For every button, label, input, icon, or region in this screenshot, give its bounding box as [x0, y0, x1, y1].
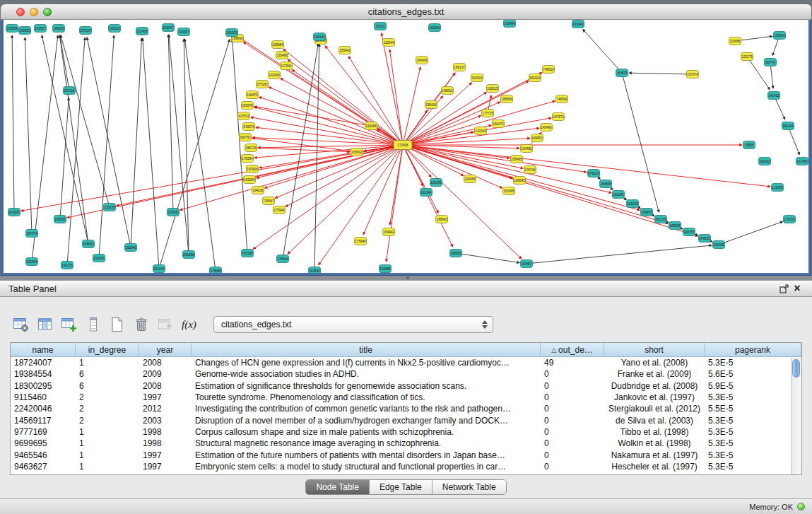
column-header-title[interactable]: title: [192, 343, 541, 356]
graph-node[interactable]: 145466: [541, 124, 553, 132]
tab-node-table[interactable]: Node Table: [306, 480, 370, 494]
graph-node[interactable]: 186805: [450, 250, 462, 257]
graph-node[interactable]: 220456: [464, 175, 476, 183]
graph-node[interactable]: 184283: [53, 25, 65, 33]
graph-node[interactable]: 187574: [26, 230, 38, 238]
table-row[interactable]: 977716911998Corpus callosum shape and si…: [11, 426, 801, 438]
graph-node[interactable]: 748592: [556, 95, 568, 103]
new-document-icon[interactable]: [107, 315, 127, 334]
graph-node[interactable]: 191245: [613, 191, 625, 199]
graph-node[interactable]: 204505: [699, 235, 711, 243]
graph-node[interactable]: 191345: [430, 179, 442, 187]
graph-node[interactable]: 185505: [669, 222, 681, 230]
graph-node[interactable]: 286715: [245, 144, 257, 152]
graph-node[interactable]: 190126: [109, 25, 121, 33]
graph-node[interactable]: 725447: [263, 197, 275, 205]
graph-node[interactable]: 184505: [600, 180, 612, 188]
table-row[interactable]: 911546021997Tourette syndrome. Phenomeno…: [11, 392, 801, 403]
function-builder-icon[interactable]: f(x): [180, 315, 199, 334]
close-panel-icon[interactable]: ×: [791, 282, 804, 295]
graph-node[interactable]: 141432: [768, 92, 780, 100]
graph-node[interactable]: 162615: [487, 85, 499, 93]
graph-hub-node[interactable]: 172408: [394, 141, 412, 150]
graph-node[interactable]: 242574: [243, 123, 255, 131]
graph-node[interactable]: 178354: [242, 155, 254, 163]
graph-node[interactable]: 160266: [365, 122, 377, 130]
graph-node[interactable]: 201244: [153, 265, 165, 273]
table-row[interactable]: 946554611997Estimation of the future num…: [11, 449, 801, 460]
table-row[interactable]: 946362711997Embryonic stem cells: a mode…: [11, 461, 801, 472]
graph-node[interactable]: 197374: [687, 71, 699, 78]
graph-node[interactable]: 189545: [514, 177, 526, 185]
delete-icon[interactable]: [131, 315, 151, 334]
table-columns-icon[interactable]: [35, 315, 55, 334]
graph-node[interactable]: 176944: [277, 255, 289, 263]
graph-node[interactable]: 142008: [269, 71, 281, 79]
scrollbar-thumb[interactable]: [792, 359, 800, 378]
graph-node[interactable]: 252605: [167, 209, 180, 216]
graph-node[interactable]: 182045: [627, 200, 639, 208]
graph-node[interactable]: 166409: [416, 57, 428, 64]
table-row[interactable]: 1938455462009Genome-wide association stu…: [11, 368, 801, 380]
column-header-out_degree[interactable]: △out_de…: [541, 343, 604, 356]
float-panel-icon[interactable]: [778, 282, 791, 295]
graph-node[interactable]: 275183: [257, 81, 269, 88]
graph-node[interactable]: 132163: [475, 127, 487, 135]
graph-node[interactable]: 154492: [521, 145, 533, 153]
graph-node[interactable]: 322014: [471, 74, 483, 82]
graph-node[interactable]: 214243: [93, 255, 105, 262]
graph-node[interactable]: 187573: [553, 113, 565, 121]
graph-node[interactable]: 195468: [276, 52, 288, 59]
graph-node[interactable]: 152885: [379, 265, 392, 273]
column-header-name[interactable]: name: [11, 343, 76, 356]
network-graph[interactable]: 1724081895422260841954681275441420082751…: [4, 20, 808, 273]
graph-node[interactable]: 185495: [511, 156, 523, 163]
table-edit-icon[interactable]: [59, 315, 79, 334]
graph-node[interactable]: 195654: [6, 25, 18, 33]
graph-node[interactable]: 15958: [743, 141, 755, 149]
graph-node[interactable]: 207224: [80, 27, 92, 35]
graph-node[interactable]: 201605: [8, 209, 20, 216]
graph-node[interactable]: 185866: [501, 95, 513, 103]
graph-node[interactable]: 184236: [252, 187, 264, 194]
column-header-year[interactable]: year: [139, 343, 192, 356]
table-row[interactable]: 1872400712008Changes of HCN gene express…: [11, 357, 801, 368]
graph-node[interactable]: 201656: [183, 251, 195, 259]
graph-node[interactable]: 155426: [425, 101, 437, 109]
graph-node[interactable]: 194655: [641, 209, 653, 216]
table-row[interactable]: 969969511998Structural magnetic resonanc…: [11, 438, 801, 449]
network-window-titlebar[interactable]: citations_edges.txt: [1, 4, 811, 20]
graph-node[interactable]: 115486: [729, 37, 741, 45]
graph-node[interactable]: 175946: [355, 238, 367, 245]
graph-node[interactable]: 213426: [136, 28, 148, 35]
graph-node[interactable]: 161483: [796, 158, 808, 165]
graph-node[interactable]: 182046: [125, 244, 137, 252]
graph-node[interactable]: 162527: [35, 25, 47, 33]
zoom-window-button[interactable]: [43, 8, 52, 16]
column-header-short[interactable]: short: [604, 343, 705, 356]
graph-node[interactable]: 196137: [454, 64, 466, 71]
graph-node[interactable]: 161934: [244, 176, 256, 184]
graph-node[interactable]: 189952: [531, 134, 543, 142]
graph-node[interactable]: 748503: [543, 66, 555, 74]
graph-node[interactable]: 198755: [683, 228, 695, 236]
graph-node[interactable]: 879193: [588, 170, 600, 177]
graph-node[interactable]: 112544: [383, 39, 395, 47]
graph-node[interactable]: 215035: [104, 204, 116, 211]
rows-icon[interactable]: [83, 315, 103, 334]
graph-node[interactable]: 181434: [782, 122, 794, 130]
graph-node[interactable]: 92450: [521, 260, 533, 268]
graph-node[interactable]: 200978: [242, 102, 254, 110]
graph-node[interactable]: 210405: [713, 241, 725, 249]
graph-node[interactable]: 175944: [273, 206, 286, 214]
close-window-button[interactable]: [16, 8, 25, 16]
graph-node[interactable]: 188164: [314, 33, 326, 41]
graph-node[interactable]: 154942: [383, 228, 395, 236]
column-header-in_degree[interactable]: in_degree: [76, 343, 139, 356]
graph-node[interactable]: 163544: [309, 267, 321, 274]
table-vertical-scrollbar[interactable]: [791, 358, 801, 474]
graph-node[interactable]: 190125: [61, 262, 73, 269]
graph-node[interactable]: 226084: [272, 41, 284, 49]
graph-node[interactable]: 176734: [524, 166, 536, 174]
tab-edge-table[interactable]: Edge Table: [370, 480, 433, 494]
